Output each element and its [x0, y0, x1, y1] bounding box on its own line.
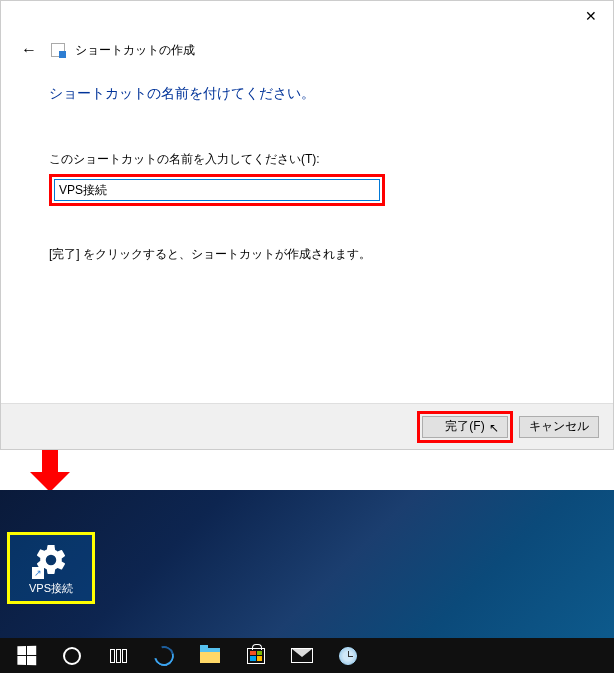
cortana-button[interactable] [50, 638, 94, 673]
task-view-icon [110, 649, 127, 663]
windows-logo-icon [17, 646, 36, 666]
finish-button-highlight: 完了(F) ↖ [417, 411, 513, 443]
close-icon: ✕ [585, 8, 597, 24]
folder-icon [200, 648, 220, 663]
shortcut-wizard-icon [51, 43, 65, 57]
create-shortcut-dialog: ✕ ← ショートカットの作成 ショートカットの名前を付けてください。 このショー… [0, 0, 614, 450]
cortana-icon [63, 647, 81, 665]
cancel-button-label: キャンセル [529, 418, 589, 435]
cursor-icon: ↖ [489, 421, 499, 435]
title-bar: ✕ [1, 1, 613, 31]
close-button[interactable]: ✕ [568, 2, 613, 30]
gear-icon: ↗ [32, 541, 70, 579]
page-heading: ショートカットの名前を付けてください。 [49, 85, 565, 103]
dialog-content: ショートカットの名前を付けてください。 このショートカットの名前を入力してくださ… [1, 61, 613, 263]
shortcut-label: VPS接続 [29, 581, 73, 596]
back-button[interactable]: ← [17, 39, 41, 61]
edge-button[interactable] [142, 638, 186, 673]
mail-button[interactable] [280, 638, 324, 673]
arrow-left-icon: ← [21, 41, 37, 58]
dialog-header: ← ショートカットの作成 [1, 31, 613, 61]
store-button[interactable] [234, 638, 278, 673]
desktop-shortcut-vps[interactable]: ↗ VPS接続 [7, 532, 95, 604]
input-highlight [49, 174, 385, 206]
store-icon [247, 648, 265, 664]
dialog-button-row: 完了(F) ↖ キャンセル [1, 403, 613, 449]
finish-button[interactable]: 完了(F) ↖ [422, 416, 508, 438]
name-input-label: このショートカットの名前を入力してください(T): [49, 151, 565, 168]
shortcut-arrow-overlay-icon: ↗ [32, 567, 44, 579]
cancel-button[interactable]: キャンセル [519, 416, 599, 438]
desktop[interactable]: ↗ VPS接続 [0, 490, 614, 638]
edge-icon [150, 642, 177, 669]
clock-button[interactable] [326, 638, 370, 673]
mail-icon [291, 648, 313, 663]
annotation-arrow [30, 450, 70, 490]
window-title: ショートカットの作成 [75, 42, 195, 59]
taskbar [0, 638, 614, 673]
shortcut-name-input[interactable] [54, 179, 380, 201]
instruction-text: [完了] をクリックすると、ショートカットが作成されます。 [49, 246, 565, 263]
start-button[interactable] [4, 638, 48, 673]
clock-icon [339, 647, 357, 665]
finish-button-label: 完了(F) [445, 418, 484, 435]
file-explorer-button[interactable] [188, 638, 232, 673]
task-view-button[interactable] [96, 638, 140, 673]
